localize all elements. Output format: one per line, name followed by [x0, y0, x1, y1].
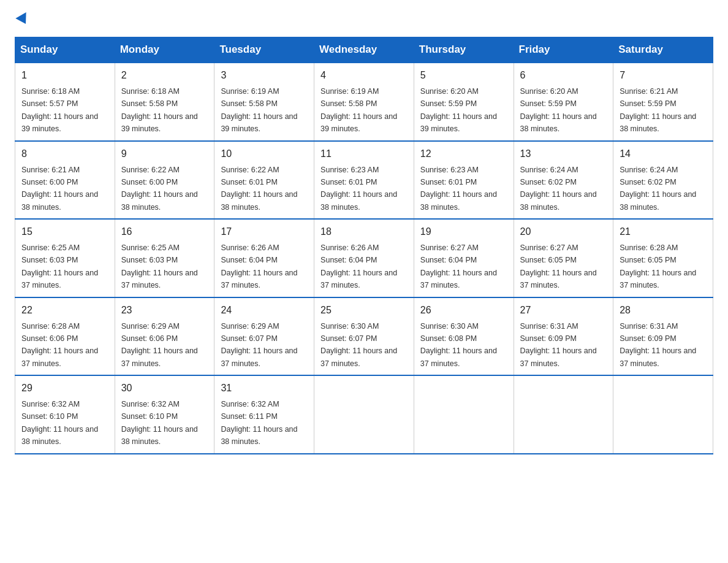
weekday-header-thursday: Thursday [414, 37, 514, 63]
calendar-week-row: 22 Sunrise: 6:28 AMSunset: 6:06 PMDaylig… [15, 297, 713, 376]
calendar-cell: 7 Sunrise: 6:21 AMSunset: 5:59 PMDayligh… [613, 63, 713, 141]
day-info: Sunrise: 6:29 AMSunset: 6:07 PMDaylight:… [221, 322, 297, 368]
day-info: Sunrise: 6:28 AMSunset: 6:05 PMDaylight:… [620, 243, 696, 289]
day-info: Sunrise: 6:30 AMSunset: 6:07 PMDaylight:… [320, 322, 397, 368]
day-info: Sunrise: 6:27 AMSunset: 6:05 PMDaylight:… [520, 243, 597, 289]
day-info: Sunrise: 6:26 AMSunset: 6:04 PMDaylight:… [221, 243, 297, 289]
calendar-cell: 26 Sunrise: 6:30 AMSunset: 6:08 PMDaylig… [414, 297, 514, 376]
calendar-cell: 5 Sunrise: 6:20 AMSunset: 5:59 PMDayligh… [414, 63, 514, 141]
day-number: 8 [21, 147, 108, 161]
day-info: Sunrise: 6:26 AMSunset: 6:04 PMDaylight:… [320, 243, 397, 289]
calendar-cell: 23 Sunrise: 6:29 AMSunset: 6:06 PMDaylig… [115, 297, 214, 376]
day-number: 9 [121, 147, 208, 161]
day-number: 27 [520, 303, 607, 318]
calendar-cell: 13 Sunrise: 6:24 AMSunset: 6:02 PMDaylig… [514, 141, 613, 220]
page-header [15, 15, 713, 25]
calendar-cell: 20 Sunrise: 6:27 AMSunset: 6:05 PMDaylig… [514, 219, 613, 297]
calendar-week-row: 15 Sunrise: 6:25 AMSunset: 6:03 PMDaylig… [15, 219, 713, 297]
calendar-cell: 1 Sunrise: 6:18 AMSunset: 5:57 PMDayligh… [15, 63, 115, 141]
calendar-cell [613, 375, 713, 454]
weekday-header-tuesday: Tuesday [214, 37, 314, 63]
day-info: Sunrise: 6:30 AMSunset: 6:08 PMDaylight:… [420, 322, 497, 368]
day-number: 26 [420, 303, 507, 318]
logo [15, 15, 29, 25]
calendar-cell [314, 375, 414, 454]
calendar-cell: 8 Sunrise: 6:21 AMSunset: 6:00 PMDayligh… [15, 141, 115, 220]
calendar-table: SundayMondayTuesdayWednesdayThursdayFrid… [15, 37, 713, 454]
day-number: 19 [420, 224, 507, 239]
day-info: Sunrise: 6:32 AMSunset: 6:10 PMDaylight:… [121, 400, 198, 446]
calendar-cell: 15 Sunrise: 6:25 AMSunset: 6:03 PMDaylig… [15, 219, 115, 297]
calendar-cell: 28 Sunrise: 6:31 AMSunset: 6:09 PMDaylig… [613, 297, 713, 376]
day-number: 17 [221, 224, 308, 239]
calendar-cell: 12 Sunrise: 6:23 AMSunset: 6:01 PMDaylig… [414, 141, 514, 220]
day-info: Sunrise: 6:19 AMSunset: 5:58 PMDaylight:… [221, 87, 297, 133]
calendar-cell: 6 Sunrise: 6:20 AMSunset: 5:59 PMDayligh… [514, 63, 613, 141]
day-info: Sunrise: 6:20 AMSunset: 5:59 PMDaylight:… [520, 87, 597, 133]
day-info: Sunrise: 6:29 AMSunset: 6:06 PMDaylight:… [121, 322, 198, 368]
day-number: 5 [420, 68, 507, 83]
day-number: 4 [320, 68, 408, 83]
calendar-cell: 22 Sunrise: 6:28 AMSunset: 6:06 PMDaylig… [15, 297, 115, 376]
day-info: Sunrise: 6:22 AMSunset: 6:00 PMDaylight:… [121, 166, 198, 212]
weekday-header-monday: Monday [115, 37, 214, 63]
day-info: Sunrise: 6:21 AMSunset: 6:00 PMDaylight:… [21, 166, 98, 212]
calendar-cell: 10 Sunrise: 6:22 AMSunset: 6:01 PMDaylig… [214, 141, 314, 220]
day-number: 10 [221, 147, 308, 161]
day-number: 24 [221, 303, 308, 318]
calendar-header-row: SundayMondayTuesdayWednesdayThursdayFrid… [15, 37, 713, 63]
weekday-header-sunday: Sunday [15, 37, 115, 63]
day-info: Sunrise: 6:19 AMSunset: 5:58 PMDaylight:… [320, 87, 397, 133]
day-info: Sunrise: 6:25 AMSunset: 6:03 PMDaylight:… [21, 243, 98, 289]
calendar-cell: 2 Sunrise: 6:18 AMSunset: 5:58 PMDayligh… [115, 63, 214, 141]
day-number: 7 [620, 68, 707, 83]
weekday-header-friday: Friday [514, 37, 613, 63]
calendar-cell: 31 Sunrise: 6:32 AMSunset: 6:11 PMDaylig… [214, 375, 314, 454]
calendar-week-row: 8 Sunrise: 6:21 AMSunset: 6:00 PMDayligh… [15, 141, 713, 220]
calendar-cell: 19 Sunrise: 6:27 AMSunset: 6:04 PMDaylig… [414, 219, 514, 297]
day-info: Sunrise: 6:23 AMSunset: 6:01 PMDaylight:… [320, 166, 397, 212]
day-info: Sunrise: 6:28 AMSunset: 6:06 PMDaylight:… [21, 322, 98, 368]
day-info: Sunrise: 6:31 AMSunset: 6:09 PMDaylight:… [520, 322, 597, 368]
calendar-cell [514, 375, 613, 454]
day-number: 14 [620, 147, 707, 161]
calendar-week-row: 29 Sunrise: 6:32 AMSunset: 6:10 PMDaylig… [15, 375, 713, 454]
day-number: 22 [21, 303, 108, 318]
day-info: Sunrise: 6:25 AMSunset: 6:03 PMDaylight:… [121, 243, 198, 289]
logo-triangle-icon [15, 12, 31, 27]
calendar-cell: 21 Sunrise: 6:28 AMSunset: 6:05 PMDaylig… [613, 219, 713, 297]
day-number: 18 [320, 224, 408, 239]
calendar-cell: 14 Sunrise: 6:24 AMSunset: 6:02 PMDaylig… [613, 141, 713, 220]
day-info: Sunrise: 6:27 AMSunset: 6:04 PMDaylight:… [420, 243, 497, 289]
calendar-cell: 27 Sunrise: 6:31 AMSunset: 6:09 PMDaylig… [514, 297, 613, 376]
calendar-cell: 11 Sunrise: 6:23 AMSunset: 6:01 PMDaylig… [314, 141, 414, 220]
weekday-header-saturday: Saturday [613, 37, 713, 63]
day-number: 2 [121, 68, 208, 83]
day-info: Sunrise: 6:22 AMSunset: 6:01 PMDaylight:… [221, 166, 297, 212]
day-number: 1 [21, 68, 108, 83]
day-info: Sunrise: 6:20 AMSunset: 5:59 PMDaylight:… [420, 87, 497, 133]
calendar-cell: 24 Sunrise: 6:29 AMSunset: 6:07 PMDaylig… [214, 297, 314, 376]
calendar-week-row: 1 Sunrise: 6:18 AMSunset: 5:57 PMDayligh… [15, 63, 713, 141]
day-number: 21 [620, 224, 707, 239]
day-number: 11 [320, 147, 408, 161]
day-info: Sunrise: 6:32 AMSunset: 6:10 PMDaylight:… [21, 400, 98, 446]
day-number: 29 [21, 381, 108, 396]
day-info: Sunrise: 6:21 AMSunset: 5:59 PMDaylight:… [620, 87, 696, 133]
day-info: Sunrise: 6:32 AMSunset: 6:11 PMDaylight:… [221, 400, 297, 446]
calendar-cell: 16 Sunrise: 6:25 AMSunset: 6:03 PMDaylig… [115, 219, 214, 297]
day-info: Sunrise: 6:24 AMSunset: 6:02 PMDaylight:… [620, 166, 696, 212]
calendar-cell [414, 375, 514, 454]
day-number: 3 [221, 68, 308, 83]
day-number: 25 [320, 303, 408, 318]
day-number: 31 [221, 381, 308, 396]
weekday-header-wednesday: Wednesday [314, 37, 414, 63]
calendar-cell: 4 Sunrise: 6:19 AMSunset: 5:58 PMDayligh… [314, 63, 414, 141]
day-info: Sunrise: 6:31 AMSunset: 6:09 PMDaylight:… [620, 322, 696, 368]
day-number: 23 [121, 303, 208, 318]
calendar-cell: 3 Sunrise: 6:19 AMSunset: 5:58 PMDayligh… [214, 63, 314, 141]
calendar-cell: 18 Sunrise: 6:26 AMSunset: 6:04 PMDaylig… [314, 219, 414, 297]
day-number: 13 [520, 147, 607, 161]
day-info: Sunrise: 6:24 AMSunset: 6:02 PMDaylight:… [520, 166, 597, 212]
day-number: 12 [420, 147, 507, 161]
